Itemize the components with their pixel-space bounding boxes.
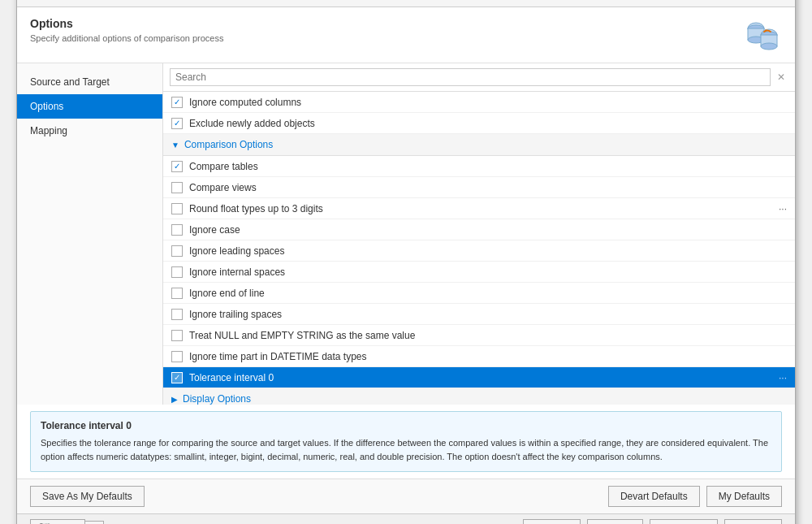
checkbox-ignore-trailing[interactable] <box>171 309 183 320</box>
label-ignore-trailing: Ignore trailing spaces <box>189 309 787 320</box>
label-ignore-case: Ignore case <box>189 224 787 236</box>
comparison-chevron-icon: ▼ <box>171 141 179 149</box>
option-ignore-leading[interactable]: Ignore leading spaces <box>163 240 795 262</box>
label-round-float: Round float types up to 3 digits <box>189 203 775 214</box>
checkbox-tolerance-interval[interactable] <box>171 372 183 383</box>
label-ignore-end: Ignore end of line <box>189 288 787 299</box>
checkbox-ignore-internal[interactable] <box>171 266 183 278</box>
checkbox-round-float[interactable] <box>171 203 183 214</box>
search-input[interactable] <box>170 68 771 86</box>
comparison-section-header[interactable]: ▼ Comparison Options <box>163 134 795 156</box>
option-ignore-case[interactable]: Ignore case <box>163 219 795 240</box>
nav-footer: 💾 Save ▼ < Back Next > Compare Cancel <box>17 513 795 524</box>
main-panel: ✕ Ignore computed columns Exclude newly … <box>163 63 795 405</box>
label-tolerance-interval: Tolerance interval 0 <box>189 372 775 383</box>
display-chevron-icon: ▶ <box>171 395 178 404</box>
sidebar: Source and Target Options Mapping <box>17 63 163 405</box>
header-text: Options Specify additional options of co… <box>30 17 223 43</box>
content-area: Source and Target Options Mapping ✕ Igno… <box>17 63 795 405</box>
label-treat-null: Treat NULL and EMPTY STRING as the same … <box>189 330 787 341</box>
tolerance-dots: ··· <box>779 372 787 383</box>
compare-button[interactable]: Compare <box>650 519 717 524</box>
label-compare-tables: Compare tables <box>189 161 787 172</box>
page-title: Options <box>30 17 223 30</box>
option-compare-tables[interactable]: Compare tables <box>163 156 795 177</box>
checkbox-ignore-case[interactable] <box>171 224 183 236</box>
checkbox-treat-null[interactable] <box>171 330 183 341</box>
option-tolerance-interval[interactable]: Tolerance interval 0 ··· <box>163 367 795 388</box>
save-button-group: 💾 Save ▼ <box>30 519 104 524</box>
main-window: New Data Comparison ─ ✕ Options Specify … <box>16 0 796 524</box>
label-ignore-computed: Ignore computed columns <box>189 97 787 108</box>
info-box-title: Tolerance interval 0 <box>41 420 771 431</box>
option-ignore-time[interactable]: Ignore time part in DATETIME data types <box>163 346 795 367</box>
info-box-text: Specifies the tolerance range for compar… <box>41 436 771 463</box>
checkbox-ignore-computed[interactable] <box>171 97 183 108</box>
option-compare-views[interactable]: Compare views <box>163 177 795 198</box>
comparison-section-title: Comparison Options <box>184 139 273 150</box>
next-button[interactable]: Next > <box>587 519 643 524</box>
my-defaults-button[interactable]: My Defaults <box>706 486 782 507</box>
label-ignore-internal: Ignore internal spaces <box>189 266 787 278</box>
nav-right-buttons: < Back Next > Compare Cancel <box>523 519 782 524</box>
option-ignore-end[interactable]: Ignore end of line <box>163 283 795 304</box>
options-list: Ignore computed columns Exclude newly ad… <box>163 92 795 405</box>
option-round-float[interactable]: Round float types up to 3 digits ··· <box>163 198 795 219</box>
label-ignore-leading: Ignore leading spaces <box>189 245 787 257</box>
sidebar-item-mapping[interactable]: Mapping <box>17 119 162 143</box>
option-ignore-computed[interactable]: Ignore computed columns <box>163 92 795 113</box>
label-ignore-time: Ignore time part in DATETIME data types <box>189 351 787 362</box>
save-button[interactable]: 💾 Save <box>30 519 85 524</box>
svg-point-7 <box>761 43 777 50</box>
round-float-dots: ··· <box>779 203 787 214</box>
sidebar-item-options[interactable]: Options <box>17 94 162 119</box>
option-ignore-internal[interactable]: Ignore internal spaces <box>163 262 795 283</box>
page-subtitle: Specify additional options of comparison… <box>30 33 223 43</box>
save-as-defaults-button[interactable]: Save As My Defaults <box>30 486 145 507</box>
devart-defaults-button[interactable]: Devart Defaults <box>608 486 700 507</box>
checkbox-ignore-time[interactable] <box>171 351 183 362</box>
footer-buttons: Save As My Defaults Devart Defaults My D… <box>17 479 795 513</box>
search-bar: ✕ <box>163 63 795 92</box>
display-section-title: Display Options <box>183 393 251 405</box>
option-exclude-newly[interactable]: Exclude newly added objects <box>163 113 795 134</box>
sidebar-item-source-and-target[interactable]: Source and Target <box>17 70 162 94</box>
save-dropdown-button[interactable]: ▼ <box>85 521 104 525</box>
checkbox-exclude-newly[interactable] <box>171 118 183 129</box>
search-clear-icon[interactable]: ✕ <box>774 70 788 84</box>
back-button[interactable]: < Back <box>523 519 581 524</box>
label-compare-views: Compare views <box>189 182 787 193</box>
info-box: Tolerance interval 0 Specifies the toler… <box>30 411 782 472</box>
checkbox-compare-views[interactable] <box>171 182 183 193</box>
checkbox-ignore-end[interactable] <box>171 288 183 299</box>
cancel-button[interactable]: Cancel <box>724 519 782 524</box>
checkbox-compare-tables[interactable] <box>171 161 183 172</box>
page-header: Options Specify additional options of co… <box>17 7 795 63</box>
title-bar: New Data Comparison ─ ✕ <box>17 0 795 7</box>
option-ignore-trailing[interactable]: Ignore trailing spaces <box>163 304 795 325</box>
label-exclude-newly: Exclude newly added objects <box>189 118 787 129</box>
option-treat-null[interactable]: Treat NULL and EMPTY STRING as the same … <box>163 325 795 346</box>
display-section-header[interactable]: ▶ Display Options <box>163 388 795 405</box>
footer-right-buttons: Devart Defaults My Defaults <box>608 486 782 507</box>
header-icon <box>743 17 782 56</box>
checkbox-ignore-leading[interactable] <box>171 245 183 257</box>
